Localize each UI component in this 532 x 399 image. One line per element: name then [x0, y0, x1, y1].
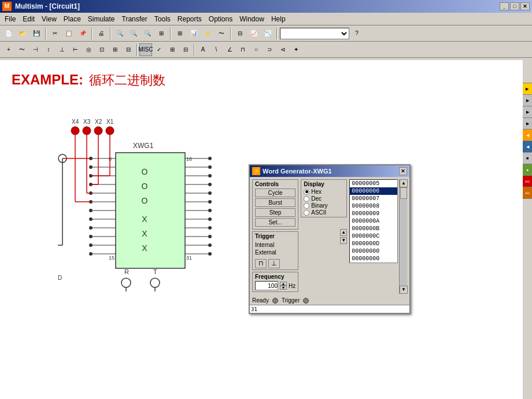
- trig-btn-2[interactable]: ⊥: [268, 259, 280, 268]
- list-item-8[interactable]: 0000000D: [350, 240, 397, 247]
- rp-btn-1[interactable]: ▶: [523, 83, 532, 95]
- scroll-thumb[interactable]: [400, 187, 407, 199]
- dec-radio[interactable]: [304, 196, 309, 202]
- list-item-9[interactable]: 00000000: [350, 247, 397, 255]
- step-button[interactable]: Step: [255, 208, 295, 217]
- list-item-7[interactable]: 0000000C: [350, 232, 397, 240]
- dec-option[interactable]: Dec: [304, 195, 344, 202]
- hex-option[interactable]: Hex: [304, 189, 344, 195]
- set-button[interactable]: Set...: [255, 218, 295, 227]
- frequency-input[interactable]: [255, 281, 278, 290]
- freq-up-button[interactable]: ▲: [280, 282, 287, 286]
- t2-16[interactable]: \: [210, 43, 223, 56]
- new-button[interactable]: 📄: [2, 27, 15, 40]
- menu-options[interactable]: Options: [205, 14, 236, 24]
- hex-radio[interactable]: [304, 189, 309, 195]
- menu-window[interactable]: Window: [236, 14, 268, 24]
- t2-10[interactable]: ⊟: [122, 43, 135, 56]
- tb6[interactable]: 📊: [187, 27, 200, 40]
- t2-20[interactable]: ⊃: [263, 43, 276, 56]
- t2-5[interactable]: ⊥: [56, 43, 68, 56]
- trig-btn-1[interactable]: ⊓: [255, 259, 267, 268]
- tb10[interactable]: 📈: [247, 27, 260, 40]
- cycle-button[interactable]: Cycle: [255, 189, 295, 197]
- t2-19[interactable]: ○: [250, 43, 263, 56]
- t2-7[interactable]: ◎: [82, 43, 95, 56]
- copy-button[interactable]: 📋: [62, 27, 75, 40]
- t2-15[interactable]: A: [197, 43, 209, 56]
- list-item-1[interactable]: 00000006: [350, 187, 397, 195]
- cut-button[interactable]: ✂: [49, 27, 61, 40]
- close-button[interactable]: ✕: [520, 2, 530, 10]
- menu-view[interactable]: View: [38, 14, 60, 24]
- rp-btn-5[interactable]: ◀: [523, 130, 532, 141]
- ascii-radio[interactable]: [304, 210, 309, 216]
- t2-8[interactable]: ⊡: [95, 43, 108, 56]
- paste-button[interactable]: 📌: [76, 27, 89, 40]
- burst-button[interactable]: Burst: [255, 198, 295, 207]
- freq-down-button[interactable]: ▼: [280, 286, 287, 290]
- t2-21[interactable]: ⊲: [276, 43, 289, 56]
- binary-option[interactable]: Binary: [304, 202, 344, 209]
- t2-1[interactable]: +: [2, 43, 15, 56]
- list-item-10[interactable]: 00000000: [350, 255, 397, 263]
- dropdown-btn[interactable]: ?: [350, 27, 363, 40]
- menu-simulate[interactable]: Simulate: [84, 14, 119, 24]
- t2-22[interactable]: ✦: [290, 43, 302, 56]
- t2-14[interactable]: ⊟: [179, 43, 192, 56]
- t2-6[interactable]: ⊢: [69, 43, 82, 56]
- save-button[interactable]: 💾: [30, 27, 43, 40]
- scroll-up-button[interactable]: ▲: [400, 179, 408, 187]
- menu-place[interactable]: Place: [60, 14, 84, 24]
- minimize-button[interactable]: _: [500, 2, 509, 10]
- menu-edit[interactable]: Edit: [19, 14, 38, 24]
- zoom-in2-button[interactable]: 🔍: [127, 27, 140, 40]
- dialog-title-bar[interactable]: ⚡ Word Generator-XWG1 ✕: [250, 165, 409, 177]
- zoom-out-button[interactable]: 🔍: [141, 27, 154, 40]
- component-dropdown[interactable]: [280, 28, 349, 39]
- list-item-2[interactable]: 00000007: [350, 195, 397, 202]
- list-item-4[interactable]: 00000009: [350, 210, 397, 217]
- open-button[interactable]: 📂: [16, 27, 29, 40]
- list-up-arrow[interactable]: ▲: [340, 229, 347, 236]
- t2-13[interactable]: ⊞: [166, 43, 179, 56]
- t2-2[interactable]: 〜: [16, 43, 28, 56]
- menu-reports[interactable]: Reports: [174, 14, 205, 24]
- rp-btn-2[interactable]: ▶: [523, 95, 532, 106]
- print-button[interactable]: 🖨: [95, 27, 108, 40]
- list-down-arrow[interactable]: ▼: [340, 237, 347, 244]
- rp-btn-4[interactable]: ▶: [523, 118, 532, 130]
- dialog-close-button[interactable]: ✕: [399, 167, 407, 175]
- binary-radio[interactable]: [304, 203, 309, 209]
- ascii-option[interactable]: ASCII: [304, 209, 344, 216]
- menu-tools[interactable]: Tools: [151, 14, 174, 24]
- tb9[interactable]: ⊟: [234, 27, 246, 40]
- tb11[interactable]: 📉: [261, 27, 274, 40]
- tb8[interactable]: 〜: [215, 27, 228, 40]
- list-item-0[interactable]: 00000005: [350, 180, 397, 187]
- list-item-3[interactable]: 00000008: [350, 202, 397, 210]
- menu-file[interactable]: File: [1, 14, 19, 24]
- rp-btn-3[interactable]: ▶: [523, 106, 532, 118]
- t2-12[interactable]: ✓: [153, 43, 165, 56]
- tb7[interactable]: ⚡: [201, 27, 214, 40]
- list-item-6[interactable]: 0000000B: [350, 225, 397, 232]
- rp-btn-6[interactable]: ◀: [523, 141, 532, 153]
- t2-17[interactable]: ∠: [223, 43, 236, 56]
- rp-btn-7[interactable]: ■: [523, 153, 532, 164]
- t2-11[interactable]: MISC: [139, 43, 152, 56]
- zoom-in-button[interactable]: 🔍: [113, 27, 126, 40]
- tb5[interactable]: ⊞: [173, 27, 186, 40]
- rp-btn-9[interactable]: AG: [523, 176, 532, 187]
- list-item-5[interactable]: 0000000A: [350, 217, 397, 225]
- t2-9[interactable]: ⊞: [109, 43, 121, 56]
- rp-btn-10[interactable]: AG: [523, 187, 532, 199]
- scroll-down-button[interactable]: ▼: [400, 286, 408, 294]
- t2-18[interactable]: ⊓: [237, 43, 249, 56]
- maximize-button[interactable]: □: [510, 2, 519, 10]
- menu-transfer[interactable]: Transfer: [119, 14, 151, 24]
- zoom-fit-button[interactable]: ⊞: [155, 27, 168, 40]
- t2-4[interactable]: ↕: [42, 43, 55, 56]
- rp-btn-8[interactable]: ●: [523, 164, 532, 176]
- menu-help[interactable]: Help: [268, 14, 289, 24]
